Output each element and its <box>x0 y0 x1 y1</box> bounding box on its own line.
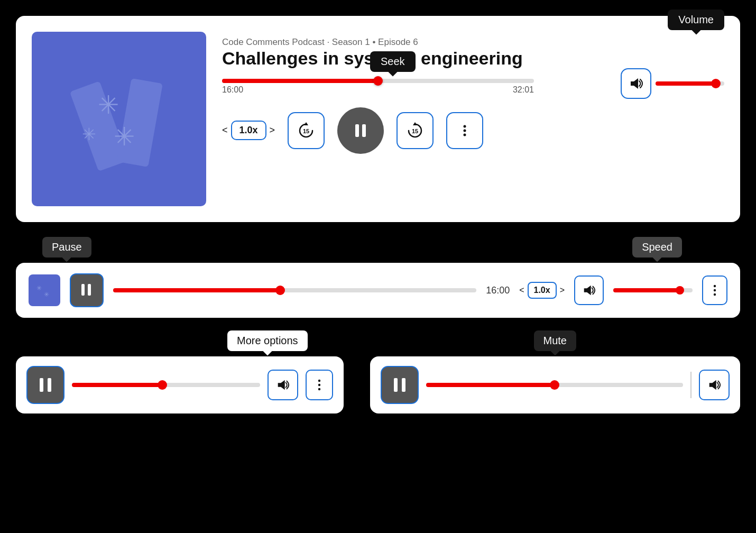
more-options-tooltip: More options <box>227 330 308 351</box>
bot-left-more-options-button[interactable] <box>306 370 333 400</box>
svg-text:✳: ✳ <box>98 91 119 119</box>
top-player-panel: ✳ ✳ ✳ Code Comments Podcast · Season 1 •… <box>16 16 740 222</box>
skip-forward-button[interactable]: 15 <box>397 112 434 149</box>
svg-rect-20 <box>88 284 91 296</box>
top-info: Code Comments Podcast · Season 1 • Episo… <box>222 32 724 154</box>
seek-tooltip: Seek <box>370 51 416 72</box>
divider <box>690 372 692 398</box>
album-art: ✳ ✳ ✳ <box>32 32 206 206</box>
bot-left-seek-slider[interactable] <box>72 383 260 387</box>
more-options-button[interactable] <box>446 112 483 149</box>
svg-marker-27 <box>278 380 285 390</box>
mid-speed-control: < 1.0x > <box>519 282 565 299</box>
svg-marker-10 <box>413 122 417 125</box>
svg-point-14 <box>464 133 466 136</box>
bottom-left-panel <box>16 356 344 413</box>
speed-decrease-button[interactable]: < <box>222 125 228 136</box>
volume-tooltip: Volume <box>668 10 724 30</box>
mid-album-art: ✳ ✳ <box>29 274 60 306</box>
svg-point-23 <box>714 289 716 291</box>
mute-tooltip: Mute <box>534 330 576 351</box>
mid-more-options-button[interactable] <box>702 275 727 305</box>
pause-tooltip: Pause <box>42 237 91 258</box>
pause-button[interactable] <box>337 107 384 154</box>
volume-slider[interactable] <box>656 81 724 86</box>
seek-slider[interactable] <box>222 79 534 83</box>
mid-player-panel: ✳ ✳ 16:00 < 1.0x > <box>16 263 740 318</box>
svg-rect-31 <box>394 378 398 392</box>
svg-marker-15 <box>631 78 638 89</box>
svg-text:✳: ✳ <box>114 123 135 151</box>
mid-speed-decrease-button[interactable]: < <box>519 286 524 295</box>
speed-control: < 1.0x > <box>222 121 275 140</box>
bot-left-pause-button[interactable] <box>26 366 64 404</box>
mid-speed-increase-button[interactable]: > <box>560 286 565 295</box>
bot-right-pause-button[interactable] <box>381 366 419 404</box>
bot-right-volume-button[interactable] <box>699 370 730 400</box>
svg-text:✳: ✳ <box>82 125 96 144</box>
svg-point-22 <box>714 285 716 287</box>
middle-section: Pause Speed ✳ ✳ <box>0 222 756 419</box>
bottom-panels-row <box>0 351 756 419</box>
speed-value[interactable]: 1.0x <box>231 121 266 140</box>
svg-point-30 <box>318 388 320 390</box>
svg-text:✳: ✳ <box>44 291 49 298</box>
mid-seek-slider[interactable] <box>113 288 476 292</box>
volume-button[interactable] <box>621 68 651 99</box>
svg-text:✳: ✳ <box>36 284 42 292</box>
svg-rect-26 <box>48 378 51 392</box>
svg-point-28 <box>318 380 320 382</box>
bot-right-seek-slider[interactable] <box>426 383 683 387</box>
svg-point-13 <box>464 129 466 132</box>
volume-control <box>621 68 724 99</box>
mid-volume-slider[interactable] <box>613 288 693 292</box>
mid-time-current: 16:00 <box>486 285 510 296</box>
bottom-right-panel <box>370 356 740 413</box>
speed-increase-button[interactable]: > <box>270 125 275 136</box>
svg-rect-32 <box>402 378 405 392</box>
mid-pause-button[interactable] <box>70 273 104 307</box>
svg-rect-9 <box>362 124 366 137</box>
svg-marker-21 <box>584 286 591 296</box>
time-current: 16:00 <box>222 85 243 95</box>
time-total: 32:01 <box>513 85 534 95</box>
svg-point-12 <box>464 125 466 127</box>
skip-back-button[interactable]: 15 <box>288 112 325 149</box>
svg-marker-6 <box>304 122 308 125</box>
svg-marker-33 <box>709 380 716 390</box>
svg-rect-25 <box>40 378 43 392</box>
svg-rect-19 <box>81 284 85 296</box>
mid-speed-value[interactable]: 1.0x <box>528 282 557 299</box>
svg-text:15: 15 <box>303 128 309 134</box>
bot-left-volume-button[interactable] <box>268 370 298 400</box>
svg-point-29 <box>318 384 320 386</box>
svg-rect-8 <box>355 124 359 137</box>
mid-volume-button[interactable] <box>574 275 604 305</box>
speed-tooltip: Speed <box>632 237 682 258</box>
svg-text:15: 15 <box>412 128 418 134</box>
svg-point-24 <box>714 293 716 296</box>
